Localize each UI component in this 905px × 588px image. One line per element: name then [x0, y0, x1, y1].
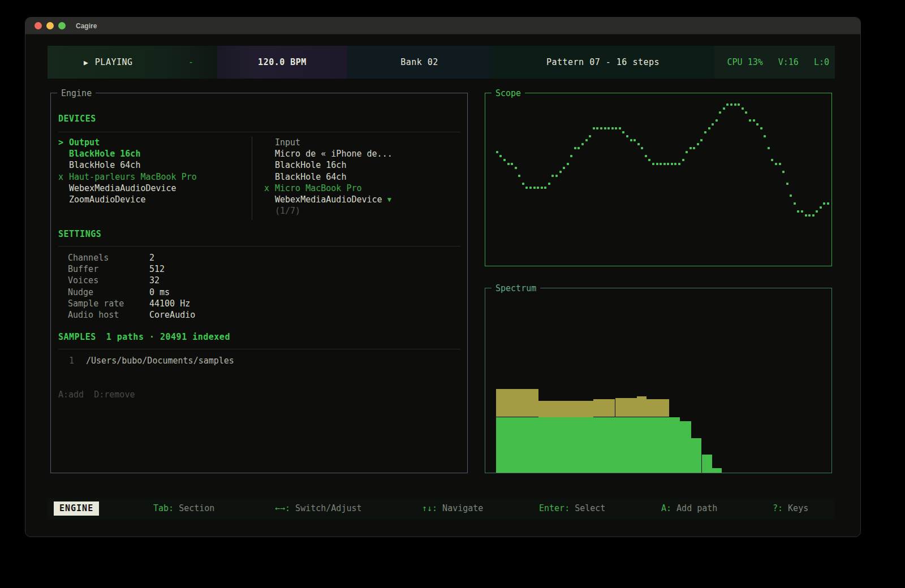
setting-row[interactable]: Sample rate44100 Hz: [68, 298, 195, 309]
tick-indicator: -: [188, 57, 193, 67]
setting-row[interactable]: Audio hostCoreAudio: [68, 309, 195, 321]
transport-label: PLAYING: [95, 57, 133, 67]
setting-label: Buffer: [68, 263, 149, 275]
setting-label: Nudge: [68, 287, 149, 298]
input-device-item[interactable]: WebexMediaAudioDevice▼: [264, 194, 456, 205]
setting-row[interactable]: Voices32: [68, 275, 195, 286]
device-label: (1/7): [275, 205, 300, 217]
scope-sample-dot: [782, 171, 785, 173]
spectrum-segment-peak-hold: [637, 396, 647, 417]
spectrum-segment-peak-hold: [593, 399, 615, 417]
output-device-item[interactable]: BlackHole 64ch: [58, 159, 245, 171]
scope-sample-dot: [559, 171, 562, 173]
scope-waveform: [485, 93, 831, 266]
output-device-item[interactable]: ZoomAudioDevice: [58, 194, 245, 205]
scope-sample-dot: [764, 135, 766, 137]
shortcut-hint: Tab: Section: [153, 498, 214, 519]
output-device-item[interactable]: BlackHole 16ch: [58, 148, 245, 159]
scope-sample-dot: [518, 175, 520, 177]
transport-status: ▶ PLAYING -: [48, 46, 217, 79]
traffic-lights: [35, 22, 66, 29]
output-device-item[interactable]: xHaut-parleurs MacBook Pro: [58, 171, 245, 183]
scope-sample-dot: [496, 151, 498, 153]
input-device-item[interactable]: Micro de « iPhone de...: [264, 148, 456, 159]
scope-sample-dot: [515, 167, 517, 169]
scope-sample-dot: [522, 183, 524, 185]
scope-sample-dot: [544, 187, 546, 189]
input-device-item[interactable]: BlackHole 64ch: [264, 171, 456, 183]
spectrum-segment-level: [712, 468, 722, 473]
active-device-marker: [58, 159, 69, 171]
scope-sample-dot: [671, 163, 673, 165]
active-device-marker: [264, 205, 275, 217]
scope-sample-dot: [660, 163, 662, 165]
scope-sample-dot: [563, 167, 565, 169]
setting-row[interactable]: Channels2: [68, 252, 195, 263]
scope-sample-dot: [507, 163, 510, 165]
scope-panel: Scope: [485, 93, 832, 266]
scope-sample-dot: [570, 155, 572, 157]
scope-sample-dot: [537, 187, 539, 189]
setting-row[interactable]: Nudge0 ms: [68, 287, 195, 298]
active-device-marker: [58, 148, 69, 159]
scope-sample-dot: [641, 147, 643, 149]
device-label: BlackHole 16ch: [275, 159, 346, 171]
settings-divider: [58, 246, 460, 247]
input-header: Input: [264, 137, 456, 148]
setting-row[interactable]: Buffer512: [68, 263, 195, 275]
scope-sample-dot: [634, 139, 636, 141]
scope-sample-dot: [637, 143, 640, 145]
samples-heading: SAMPLES1 paths · 20491 indexed: [58, 332, 230, 342]
scope-sample-dot: [663, 163, 666, 165]
output-device-list: >OutputBlackHole 16chBlackHole 64chxHaut…: [58, 137, 245, 205]
footer-bar: ENGINE Tab: Section←→: Switch/Adjust↑↓: …: [48, 498, 835, 519]
device-label: WebexMediaAudioDevice: [275, 194, 382, 205]
device-label: BlackHole 64ch: [69, 159, 140, 171]
scope-sample-dot: [712, 123, 714, 126]
active-device-marker: x: [58, 171, 69, 183]
scope-sample-dot: [749, 119, 751, 122]
scope-sample-dot: [533, 187, 536, 189]
scope-sample-dot: [704, 131, 706, 133]
scope-sample-dot: [820, 206, 822, 209]
scope-sample-dot: [790, 194, 792, 197]
spectrum-segment-peak-hold: [647, 399, 669, 417]
setting-value: 512: [149, 263, 165, 275]
device-columns-divider: [252, 136, 252, 220]
scope-sample-dot: [734, 103, 736, 106]
shortcut-action: Keys: [783, 503, 808, 513]
scope-sample-dot: [529, 187, 532, 189]
scope-sample-dot: [797, 210, 799, 213]
spectrum-segment-peak-hold: [496, 389, 538, 417]
active-device-marker: [264, 194, 275, 205]
minimize-button[interactable]: [46, 22, 54, 29]
scope-sample-dot: [700, 139, 703, 141]
scope-sample-dot: [808, 214, 811, 217]
mode-badge: ENGINE: [54, 501, 99, 516]
scope-sample-dot: [511, 163, 513, 165]
scope-sample-dot: [551, 175, 554, 177]
status-bar: ▶ PLAYING - 120.0 BPM Bank 02 Pattern 07…: [48, 46, 835, 79]
scope-sample-dot: [689, 147, 692, 149]
scope-sample-dot: [630, 139, 632, 141]
close-button[interactable]: [35, 22, 42, 29]
bank-value: Bank 02: [400, 57, 438, 67]
scope-sample-dot: [812, 214, 815, 217]
sample-path-row[interactable]: 1/Users/bubo/Documents/samples: [69, 355, 234, 366]
shortcut-action: Select: [570, 503, 605, 513]
pattern-value: Pattern 07 - 16 steps: [546, 57, 660, 67]
zoom-button[interactable]: [58, 22, 66, 29]
app-window: Cagire ▶ PLAYING - 120.0 BPM Bank 02 Pat…: [25, 17, 861, 537]
active-device-marker: [58, 183, 69, 194]
samples-keys-hint: A:add D:remove: [58, 390, 135, 400]
input-device-item[interactable]: BlackHole 16ch: [264, 159, 456, 171]
active-device-marker: [58, 194, 69, 205]
scope-sample-dot: [697, 143, 699, 145]
input-device-item[interactable]: xMicro MacBook Pro: [264, 183, 456, 194]
play-icon: ▶: [84, 58, 88, 67]
output-device-item[interactable]: WebexMediaAudioDevice: [58, 183, 245, 194]
device-label: Micro de « iPhone de...: [275, 148, 393, 159]
shortcut-hint: Enter: Select: [539, 498, 605, 519]
scope-sample-dot: [768, 147, 770, 149]
scope-sample-dot: [823, 202, 825, 205]
